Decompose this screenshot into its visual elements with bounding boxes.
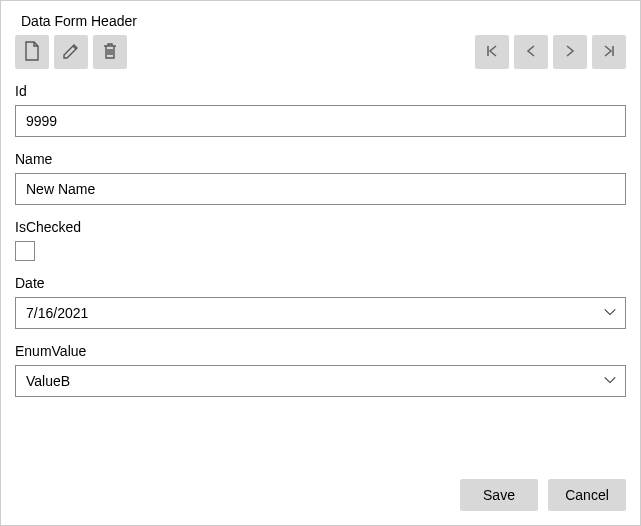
id-label: Id: [15, 83, 626, 99]
data-form-window: Data Form Header: [0, 0, 641, 526]
next-button[interactable]: [553, 35, 587, 69]
chevron-down-icon: [603, 305, 617, 322]
cancel-button[interactable]: Cancel: [548, 479, 626, 511]
crud-toolbar: [15, 35, 127, 69]
chevron-left-icon: [523, 43, 539, 62]
toolbar: [15, 35, 626, 69]
delete-button[interactable]: [93, 35, 127, 69]
go-last-icon: [601, 43, 617, 62]
previous-button[interactable]: [514, 35, 548, 69]
ischecked-field-group: IsChecked: [15, 219, 626, 261]
name-field-group: Name: [15, 151, 626, 205]
enumvalue-select[interactable]: ValueB: [15, 365, 626, 397]
id-input[interactable]: [15, 105, 626, 137]
enumvalue-label: EnumValue: [15, 343, 626, 359]
date-picker[interactable]: 7/16/2021: [15, 297, 626, 329]
trash-icon: [101, 41, 119, 64]
id-field-group: Id: [15, 83, 626, 137]
navigation-toolbar: [475, 35, 626, 69]
chevron-down-icon: [603, 373, 617, 390]
form-body: Id Name IsChecked Date 7/16/2021 Enu: [15, 83, 626, 479]
enumvalue-value: ValueB: [26, 373, 70, 389]
form-header-title: Data Form Header: [21, 13, 626, 29]
footer-buttons: Save Cancel: [15, 479, 626, 511]
save-button[interactable]: Save: [460, 479, 538, 511]
last-button[interactable]: [592, 35, 626, 69]
date-value: 7/16/2021: [26, 305, 88, 321]
name-input[interactable]: [15, 173, 626, 205]
chevron-right-icon: [562, 43, 578, 62]
date-label: Date: [15, 275, 626, 291]
edit-button[interactable]: [54, 35, 88, 69]
pencil-icon: [61, 41, 81, 64]
name-label: Name: [15, 151, 626, 167]
enumvalue-field-group: EnumValue ValueB: [15, 343, 626, 397]
go-first-icon: [484, 43, 500, 62]
date-field-group: Date 7/16/2021: [15, 275, 626, 329]
ischecked-checkbox[interactable]: [15, 241, 35, 261]
document-icon: [23, 41, 41, 64]
new-button[interactable]: [15, 35, 49, 69]
ischecked-label: IsChecked: [15, 219, 626, 235]
first-button[interactable]: [475, 35, 509, 69]
